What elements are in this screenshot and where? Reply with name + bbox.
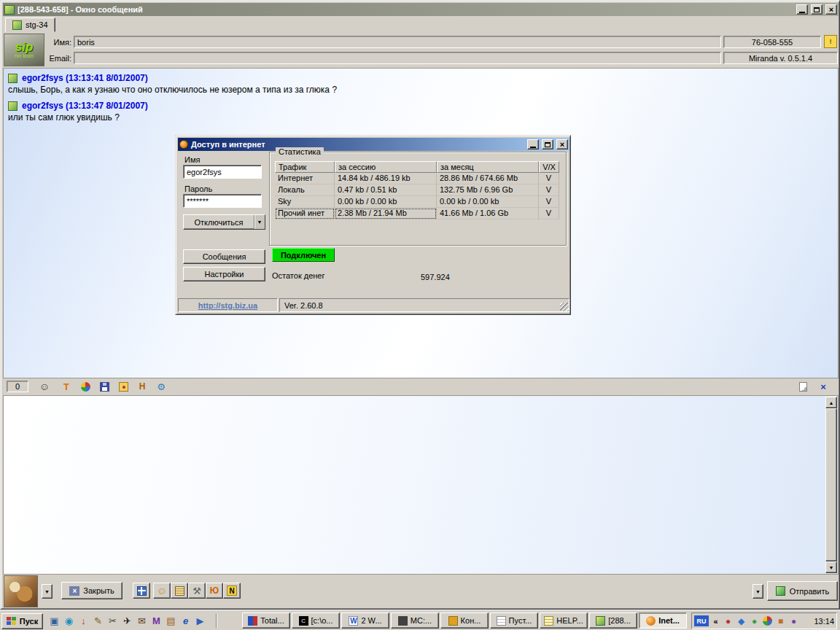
font-button[interactable]: T: [60, 380, 73, 393]
task-label: Inet...: [658, 616, 680, 625]
settings-button[interactable]: Настройки: [183, 267, 265, 281]
clock[interactable]: 13:14: [814, 617, 834, 626]
start-button[interactable]: Пуск: [1, 613, 43, 629]
taskbar-window-help[interactable]: HELP...: [540, 612, 588, 629]
restore-button[interactable]: [811, 4, 822, 15]
table-cell[interactable]: 0.00 kb / 0.00 kb: [437, 196, 539, 208]
color-button[interactable]: [79, 380, 92, 393]
table-cell[interactable]: Интернет: [275, 173, 335, 184]
taskbar-window-pust[interactable]: Пуст...: [490, 612, 538, 629]
scroll-down-button[interactable]: ▼: [825, 561, 837, 573]
taskbar-window-total[interactable]: Total...: [242, 612, 290, 629]
save-log-button[interactable]: [98, 380, 111, 393]
extras-button[interactable]: ⚙: [155, 380, 168, 393]
col-header[interactable]: за сессию: [335, 161, 437, 173]
image-button[interactable]: [117, 380, 130, 393]
tray-icon-orange[interactable]: ■: [775, 615, 786, 626]
history-button[interactable]: H: [136, 380, 149, 393]
xstatus-icon[interactable]: !: [824, 35, 837, 48]
tab-stg-34[interactable]: stg-34: [5, 18, 55, 32]
dialog-titlebar[interactable]: Доступ в интернет ×: [178, 138, 569, 151]
table-cell[interactable]: 0.47 kb / 0.51 kb: [335, 184, 437, 196]
send-button[interactable]: Отправить: [767, 581, 838, 601]
taskbar-window-console[interactable]: C [c:\o...: [292, 612, 340, 629]
connection-status-badge: Подключен: [272, 248, 335, 262]
table-cell[interactable]: V: [539, 184, 559, 196]
close-panel-button[interactable]: ×: [817, 380, 830, 393]
translit-button[interactable]: Ю: [206, 583, 223, 599]
taskbar-window-word-group[interactable]: W 2 W...: [341, 612, 389, 629]
tray-icon-red[interactable]: ●: [723, 615, 734, 626]
name-field[interactable]: [74, 36, 721, 48]
taskbar-window-kon[interactable]: Кон...: [440, 612, 489, 629]
tools-button[interactable]: ⚒: [188, 583, 206, 599]
new-note-button[interactable]: [796, 380, 809, 393]
table-cell-selected[interactable]: Прочий инет: [275, 208, 335, 219]
scroll-up-button[interactable]: ▲: [825, 397, 837, 408]
messages-button[interactable]: Сообщения: [183, 249, 265, 264]
close-chat-button[interactable]: × Закрыть: [61, 582, 122, 599]
tray-icon-purple[interactable]: ●: [788, 615, 799, 626]
col-header[interactable]: за месяц: [437, 161, 539, 173]
table-cell[interactable]: Sky: [275, 196, 335, 208]
col-header[interactable]: V/X: [539, 161, 559, 173]
disconnect-menu-arrow[interactable]: ▼: [254, 215, 265, 229]
media-player-icon[interactable]: ▶: [194, 615, 206, 627]
download-icon[interactable]: ↓: [77, 615, 90, 627]
login-field[interactable]: [183, 165, 262, 179]
titlebar[interactable]: [288-543-658] - Окно сообщений ×: [3, 3, 839, 16]
taskbar-window-mc[interactable]: МС:...: [391, 612, 439, 629]
dialog-maximize-button[interactable]: [542, 139, 553, 149]
table-cell[interactable]: 14.84 kb / 486.19 kb: [335, 173, 437, 184]
table-cell-selected[interactable]: 2.38 Mb / 21.94 Mb: [335, 208, 437, 219]
scroll-thumb[interactable]: [825, 408, 837, 561]
disconnect-button[interactable]: Отключиться ▼: [183, 214, 265, 230]
ie-icon[interactable]: e: [179, 615, 192, 627]
tray-icon-blue[interactable]: ◆: [736, 615, 747, 626]
language-indicator[interactable]: RU: [694, 615, 709, 626]
tray-icon-pinwheel[interactable]: [762, 615, 773, 626]
table-cell[interactable]: V: [539, 208, 559, 219]
table-cell[interactable]: V: [539, 196, 559, 208]
taskbar-window-inet[interactable]: Inet...: [639, 612, 687, 629]
password-field[interactable]: [183, 194, 262, 208]
yu-icon: Ю: [210, 586, 219, 596]
table-cell[interactable]: 41.66 Mb / 1.06 Gb: [437, 208, 539, 219]
emotes-button[interactable]: ☺: [153, 583, 171, 599]
task-label: HELP...: [556, 616, 583, 625]
avatar-menu-button[interactable]: ▼: [42, 584, 52, 599]
tray-icon-green[interactable]: ●: [749, 615, 760, 626]
minimize-button[interactable]: [796, 4, 808, 15]
taskbar-window-288[interactable]: [288...: [589, 612, 637, 629]
send-menu-button[interactable]: ▼: [752, 584, 763, 599]
pen-icon[interactable]: ✎: [92, 615, 104, 627]
notes-button[interactable]: [171, 583, 188, 599]
smiley-button[interactable]: ☺: [38, 380, 51, 393]
close-button[interactable]: ×: [825, 4, 837, 15]
table-cell[interactable]: 28.86 Mb / 674.66 Mb: [437, 173, 539, 184]
message-input[interactable]: [4, 397, 825, 573]
table-cell[interactable]: Локаль: [275, 184, 335, 196]
taskbar: Пуск ▣ ◉ ↓ ✎ ✂ ✈ ✉ M ▤ e ▶ Total... C [c…: [0, 610, 840, 630]
globe-icon[interactable]: ◉: [63, 615, 75, 627]
table-cell[interactable]: 132.75 Mb / 6.96 Gb: [437, 184, 539, 196]
dialog-minimize-button[interactable]: [527, 139, 539, 149]
archive-icon[interactable]: ▤: [165, 615, 177, 627]
resize-grip[interactable]: [560, 303, 569, 311]
name-label: Имя:: [47, 38, 71, 47]
disk-icon[interactable]: ▣: [48, 615, 61, 627]
tray-expand-button[interactable]: «: [711, 615, 720, 626]
news-button[interactable]: N: [223, 583, 241, 599]
table-cell[interactable]: V: [539, 173, 559, 184]
split-view-button[interactable]: [133, 583, 150, 599]
dialog-close-button[interactable]: ×: [556, 139, 568, 149]
table-cell[interactable]: 0.00 kb / 0.00 kb: [335, 196, 437, 208]
email-field[interactable]: [74, 52, 721, 64]
miranda-icon[interactable]: M: [150, 615, 163, 627]
plane-icon[interactable]: ✈: [121, 615, 133, 627]
col-header[interactable]: Трафик: [275, 161, 335, 173]
mail-icon[interactable]: ✉: [136, 615, 148, 627]
cut-icon[interactable]: ✂: [106, 615, 119, 627]
stg-link[interactable]: http://stg.biz.ua: [198, 301, 257, 310]
compose-scrollbar[interactable]: ▲ ▼: [825, 397, 837, 573]
